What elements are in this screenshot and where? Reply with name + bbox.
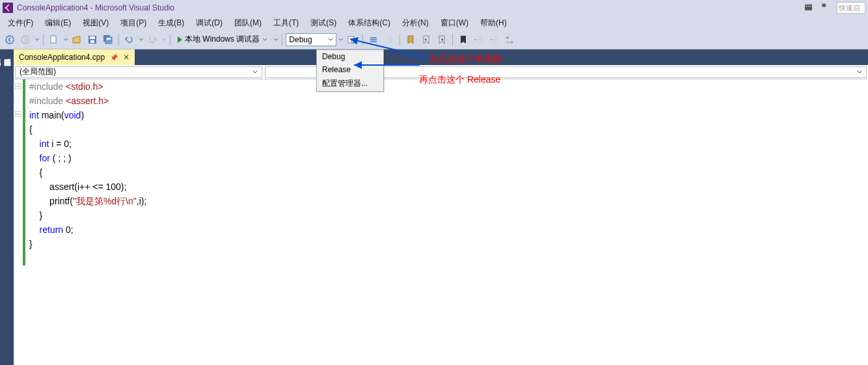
config-selected-label: Debug: [289, 35, 312, 44]
config-dropdown-menu: Debug Release 配置管理器...: [316, 49, 384, 92]
indent-button[interactable]: [472, 33, 486, 47]
play-icon: [178, 36, 182, 43]
menu-build[interactable]: 生成(B): [153, 16, 189, 30]
scope-select-left[interactable]: (全局范围): [15, 66, 262, 78]
redo-button[interactable]: [145, 33, 159, 47]
menu-team[interactable]: 团队(M): [229, 16, 267, 30]
notification-icon[interactable]: [804, 3, 813, 13]
menu-analyze[interactable]: 分析(N): [397, 16, 434, 30]
side-tab-server-explorer[interactable]: 服务器资源管理器: [3, 52, 12, 358]
main-area: 服务器资源管理器 工具箱 ConsoleApplication4.cpp 📌 ✕…: [0, 49, 868, 365]
code-editor[interactable]: − − #include <stdio.h> #include <assert.…: [14, 79, 868, 365]
redo-dropdown[interactable]: [161, 37, 167, 42]
menu-project[interactable]: 项目(P): [115, 16, 152, 30]
menu-tools[interactable]: 工具(T): [268, 16, 304, 30]
svg-rect-9: [107, 38, 111, 40]
start-debug-button[interactable]: 本地 Windows 调试器: [174, 33, 271, 46]
menu-arch[interactable]: 体系结构(C): [343, 16, 396, 30]
scope-label: (全局范围): [20, 66, 56, 77]
toolbar: 本地 Windows 调试器 Debug: [0, 30, 868, 49]
fold-marker[interactable]: −: [15, 83, 21, 89]
window-title: ConsoleApplication4 - Microsoft Visual S…: [17, 3, 174, 12]
new-file-button[interactable]: [47, 33, 61, 47]
bookmark-next-button[interactable]: [435, 33, 449, 47]
menu-edit[interactable]: 编辑(E): [40, 16, 76, 30]
find-in-files-button[interactable]: [345, 33, 359, 47]
menu-debug[interactable]: 调试(D): [191, 16, 228, 30]
outdent-button[interactable]: [487, 33, 502, 47]
tab-strip: ConsoleApplication4.cpp 📌 ✕: [14, 49, 868, 65]
file-tab-name: ConsoleApplication4.cpp: [19, 53, 105, 62]
nav-dropdown[interactable]: [34, 37, 40, 42]
menu-window[interactable]: 窗口(W): [435, 16, 474, 30]
nav-forward-button[interactable]: [18, 33, 33, 47]
menu-test[interactable]: 测试(S): [305, 16, 342, 30]
undo-dropdown[interactable]: [138, 37, 144, 42]
save-all-button[interactable]: [101, 33, 115, 47]
menu-bar: 文件(F) 编辑(E) 视图(V) 项目(P) 生成(B) 调试(D) 团队(M…: [0, 16, 868, 30]
uncomment-button[interactable]: [382, 33, 396, 47]
vs-logo-icon: [3, 3, 13, 13]
file-tab-active[interactable]: ConsoleApplication4.cpp 📌 ✕: [14, 49, 135, 65]
config-extra-dropdown[interactable]: [338, 37, 344, 42]
config-select[interactable]: Debug: [286, 33, 336, 46]
close-icon[interactable]: ✕: [123, 53, 129, 62]
bookmark-prev-button[interactable]: [419, 33, 433, 47]
nav-back-button[interactable]: [3, 33, 17, 47]
menu-view[interactable]: 视图(V): [77, 16, 114, 30]
scope-bar: (全局范围): [14, 65, 868, 79]
chevron-down-icon: [328, 35, 333, 44]
svg-rect-3: [51, 36, 56, 43]
toolbar-options-button[interactable]: [503, 33, 517, 47]
run-label: 本地 Windows 调试器: [185, 34, 260, 45]
solid-bookmark-icon[interactable]: [456, 33, 470, 47]
title-bar: ConsoleApplication4 - Microsoft Visual S…: [0, 0, 868, 16]
side-tab-toolbox[interactable]: 工具箱: [0, 52, 3, 358]
code-lines: #include <stdio.h> #include <assert.h> i…: [25, 79, 146, 365]
pin-icon[interactable]: 📌: [110, 54, 118, 61]
fold-marker[interactable]: −: [15, 111, 21, 117]
chevron-down-icon: [252, 68, 258, 77]
svg-rect-10: [348, 36, 354, 43]
svg-point-1: [6, 36, 14, 44]
svg-point-2: [21, 36, 29, 44]
quick-launch-input[interactable]: 快速启: [837, 2, 865, 14]
menu-help[interactable]: 帮助(H): [475, 16, 512, 30]
editor-zone: ConsoleApplication4.cpp 📌 ✕ (全局范围) − −: [14, 49, 868, 365]
config-option-release[interactable]: Release: [317, 63, 383, 76]
outline-margin: − −: [14, 79, 23, 365]
flag-icon[interactable]: [821, 3, 829, 13]
undo-button[interactable]: [122, 33, 137, 47]
config-option-manager[interactable]: 配置管理器...: [317, 76, 383, 91]
comment-button[interactable]: [366, 33, 381, 47]
config-option-debug[interactable]: Debug: [317, 50, 383, 63]
side-panel-tabs: 服务器资源管理器 工具箱: [0, 49, 14, 365]
svg-rect-5: [90, 36, 95, 39]
save-button[interactable]: [85, 33, 100, 47]
chevron-down-icon: [857, 68, 862, 77]
menu-file[interactable]: 文件(F): [3, 16, 38, 30]
open-file-button[interactable]: [70, 33, 84, 47]
svg-rect-12: [385, 36, 388, 43]
svg-rect-6: [90, 40, 94, 43]
run-dropdown[interactable]: [273, 37, 278, 42]
bookmark-toggle-button[interactable]: [403, 33, 418, 47]
new-dropdown[interactable]: [62, 37, 68, 42]
